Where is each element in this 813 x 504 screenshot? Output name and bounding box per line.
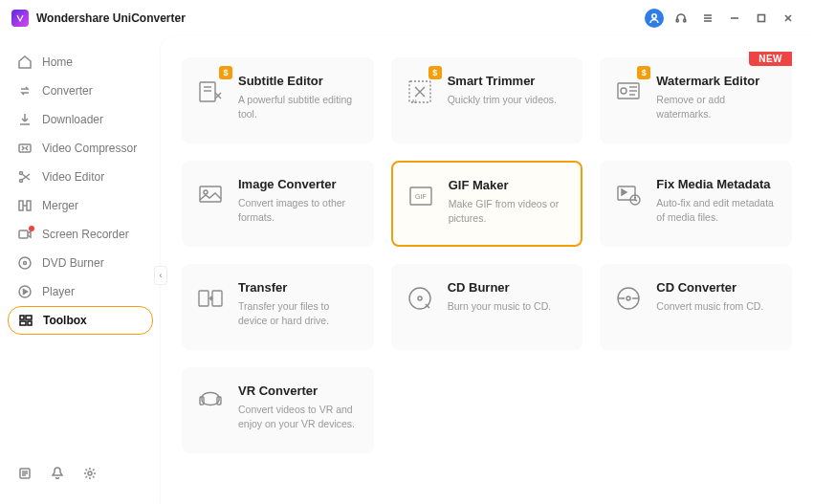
minimize-button[interactable]	[721, 5, 748, 32]
download-icon	[17, 112, 33, 127]
toolbox-card-fix-media-metadata[interactable]: Fix Media MetadataAuto-fix and edit meta…	[600, 161, 792, 247]
sidebar-item-home[interactable]: Home	[8, 48, 153, 77]
card-text: Watermark EditorRemove or add watermarks…	[656, 74, 778, 121]
card-icon	[614, 181, 643, 209]
close-icon	[781, 11, 795, 25]
card-title: Smart Trimmer	[448, 74, 557, 88]
sidebar-item-video-editor[interactable]: Video Editor	[8, 163, 153, 191]
svg-point-47	[418, 296, 422, 300]
sidebar-item-dvd-burner[interactable]: DVD Burner	[8, 249, 153, 277]
card-title: GIF Maker	[449, 178, 568, 192]
card-text: Subtitle EditorA powerful subtitle editi…	[238, 74, 360, 121]
sidebar-item-label: Screen Recorder	[42, 228, 129, 241]
toolbox-card-watermark-editor[interactable]: $Watermark EditorRemove or add watermark…	[600, 57, 792, 143]
user-icon	[645, 9, 664, 28]
card-desc: Make GIF from videos or pictures.	[449, 197, 568, 226]
collapse-sidebar-button[interactable]: ‹	[154, 266, 167, 285]
bell-icon	[50, 466, 65, 481]
list-icon	[17, 466, 33, 481]
sidebar-item-player[interactable]: Player	[8, 277, 153, 306]
svg-point-27	[88, 471, 92, 475]
converter-icon	[17, 83, 33, 99]
account-button[interactable]	[641, 5, 668, 32]
svg-rect-19	[20, 316, 24, 319]
maximize-button[interactable]	[748, 5, 775, 32]
svg-point-39	[204, 190, 208, 194]
toolbox-card-smart-trimmer[interactable]: $AISmart TrimmerQuickly trim your videos…	[391, 57, 583, 143]
card-text: CD ConverterConvert music from CD.	[656, 280, 763, 314]
minimize-icon	[728, 11, 741, 25]
card-title: VR Converter	[238, 383, 360, 398]
card-desc: Auto-fix and edit metadata of media file…	[656, 196, 778, 225]
svg-rect-15	[19, 230, 28, 238]
sidebar: Home Converter Downloader Video Compress…	[0, 36, 161, 504]
sidebar-item-video-compressor[interactable]: Video Compressor	[8, 134, 153, 163]
card-desc: Transfer your files to device or hard dr…	[238, 299, 360, 328]
card-desc: A powerful subtitle editing tool.	[238, 93, 360, 121]
card-title: CD Converter	[656, 280, 763, 295]
sidebar-item-downloader[interactable]: Downloader	[8, 105, 153, 134]
settings-button[interactable]	[82, 466, 98, 485]
sidebar-item-toolbox[interactable]: Toolbox	[8, 306, 153, 335]
card-title: Fix Media Metadata	[656, 177, 778, 191]
svg-text:GIF: GIF	[415, 193, 427, 200]
toolbox-card-image-converter[interactable]: Image ConverterConvert images to other f…	[182, 161, 374, 247]
tasks-button[interactable]	[17, 466, 33, 485]
card-title: Watermark Editor	[656, 74, 778, 88]
card-icon: GIF	[406, 182, 435, 210]
svg-rect-45	[212, 291, 222, 306]
toolbox-card-subtitle-editor[interactable]: $Subtitle EditorA powerful subtitle edit…	[182, 57, 374, 143]
sidebar-item-merger[interactable]: Merger	[8, 191, 153, 220]
sidebar-item-converter[interactable]: Converter	[8, 77, 153, 105]
sidebar-item-label: Merger	[42, 199, 78, 212]
paid-badge: $	[428, 66, 442, 79]
card-text: Smart TrimmerQuickly trim your videos.	[448, 74, 557, 107]
play-icon	[17, 284, 33, 299]
card-desc: Convert music from CD.	[656, 299, 763, 314]
maximize-icon	[755, 11, 768, 25]
sidebar-item-screen-recorder[interactable]: Screen Recorder	[8, 220, 153, 249]
notification-dot	[29, 226, 34, 231]
card-desc: Convert images to other formats.	[238, 196, 360, 225]
close-button[interactable]	[775, 5, 802, 32]
menu-button[interactable]	[694, 5, 721, 32]
toolbox-card-cd-burner[interactable]: CD BurnerBurn your music to CD.	[391, 264, 583, 350]
home-icon	[17, 55, 33, 70]
svg-rect-38	[200, 186, 221, 202]
card-icon	[196, 387, 225, 416]
card-text: Image ConverterConvert images to other f…	[238, 177, 360, 225]
paid-badge: $	[219, 66, 232, 79]
card-title: Image Converter	[238, 177, 360, 191]
sidebar-item-label: Home	[42, 55, 73, 69]
sidebar-footer	[8, 458, 153, 493]
sidebar-item-label: Converter	[42, 84, 93, 98]
svg-rect-13	[19, 201, 23, 210]
svg-rect-14	[27, 201, 31, 210]
toolbox-card-vr-converter[interactable]: VR ConverterConvert videos to VR and enj…	[182, 367, 374, 453]
sidebar-item-label: Downloader	[42, 113, 103, 126]
support-button[interactable]	[668, 5, 694, 32]
svg-point-17	[24, 262, 27, 265]
toolbox-card-cd-converter[interactable]: CD ConverterConvert music from CD.	[600, 264, 792, 350]
card-text: TransferTransfer your files to device or…	[238, 280, 360, 328]
svg-rect-28	[200, 82, 215, 101]
toolbox-card-gif-maker[interactable]: GIFGIF MakerMake GIF from videos or pict…	[391, 161, 583, 247]
toolbox-icon	[18, 313, 33, 328]
app-title: Wondershare UniConverter	[36, 11, 186, 25]
card-icon: AI	[406, 77, 434, 106]
notifications-button[interactable]	[50, 466, 65, 485]
sidebar-item-label: Video Editor	[42, 170, 104, 184]
card-icon	[406, 284, 434, 313]
toolbox-card-transfer[interactable]: TransferTransfer your files to device or…	[182, 264, 374, 350]
card-icon	[614, 284, 643, 313]
svg-point-49	[626, 296, 630, 300]
sidebar-item-label: Toolbox	[43, 314, 87, 327]
svg-rect-44	[199, 291, 209, 306]
gear-icon	[82, 466, 98, 481]
card-icon	[614, 77, 643, 106]
svg-point-16	[19, 257, 31, 269]
card-text: GIF MakerMake GIF from videos or picture…	[449, 178, 568, 226]
headset-icon	[674, 11, 688, 25]
svg-rect-21	[20, 321, 26, 325]
chevron-left-icon: ‹	[160, 271, 163, 280]
